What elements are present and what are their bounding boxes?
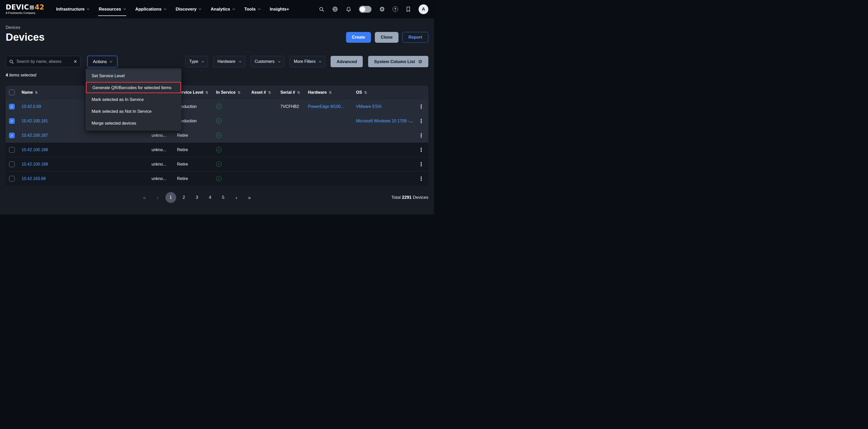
column-header-os[interactable]: OS⇅ (351, 90, 414, 95)
nav-label: Resources (99, 7, 121, 12)
system-column-list-button[interactable]: System Column List⚙ (368, 56, 428, 67)
row-menu-icon[interactable]: ⋮ (414, 161, 428, 167)
nav-label: Discovery (176, 7, 196, 12)
nav-infrastructure[interactable]: Infrastructure (56, 5, 89, 13)
menu-item-mark-in-service[interactable]: Mark selected as In Service (86, 93, 181, 105)
bookmark-icon[interactable] (406, 6, 411, 12)
theme-toggle[interactable] (359, 6, 371, 12)
column-header-asset[interactable]: Asset #⇅ (246, 90, 276, 95)
hardware-filter-dropdown[interactable]: Hardware (213, 56, 245, 67)
row-menu-icon[interactable]: ⋮ (414, 176, 428, 182)
column-header-serial[interactable]: Serial #⇅ (276, 90, 303, 95)
last-page-icon[interactable]: » (244, 192, 255, 203)
nav-label: Tools (244, 7, 256, 12)
settings-gear-icon[interactable]: ⚙ (379, 6, 385, 12)
device-name-link[interactable]: 10.42.0.69 (22, 104, 41, 109)
header-label: Serial # (280, 90, 295, 95)
menu-item-merge-selected[interactable]: Merge selected devices (86, 117, 181, 129)
page-title: Devices (6, 31, 44, 43)
row-menu-icon[interactable]: ⋮ (414, 104, 428, 110)
first-page-icon[interactable]: « (139, 192, 150, 203)
breadcrumb[interactable]: Devices (6, 25, 428, 30)
notifications-bell-icon[interactable] (346, 6, 351, 12)
type-filter-dropdown[interactable]: Type (185, 56, 208, 67)
device-name-link[interactable]: 10.42.163.69 (22, 176, 45, 181)
advanced-button[interactable]: Advanced (331, 56, 363, 67)
report-button[interactable]: Report (402, 32, 428, 43)
page-number-5[interactable]: 5 (218, 192, 229, 203)
nav-resources[interactable]: Resources (99, 5, 126, 13)
row-checkbox[interactable]: ✓ (9, 162, 15, 167)
type-cell: unkno... (147, 176, 172, 181)
user-avatar[interactable]: A (418, 4, 428, 14)
hardware-link[interactable]: PowerEdge M100... (308, 104, 344, 109)
top-navbar: DEVIC≡42 A Freshworks Company Infrastruc… (0, 0, 434, 18)
help-icon[interactable]: ? (393, 6, 398, 12)
clone-button[interactable]: Clone (375, 32, 399, 43)
more-filters-label: More Filters (294, 59, 315, 64)
service-level-cell: Retire (172, 162, 211, 167)
row-menu-icon[interactable]: ⋮ (414, 147, 428, 153)
header-label: In Service (216, 90, 236, 95)
menu-item-mark-not-in-service[interactable]: Mark selected as Not In Service (86, 105, 181, 117)
device-name-link[interactable]: 10.42.100.181 (22, 119, 48, 123)
logo-part2: 42 (35, 3, 44, 11)
next-page-icon[interactable]: › (231, 192, 242, 203)
sort-icon: ⇅ (268, 90, 271, 94)
sort-icon: ⇅ (238, 90, 241, 94)
page-number-1[interactable]: 1 (165, 192, 176, 203)
row-checkbox[interactable]: ✓ (9, 104, 15, 109)
menu-item-set-service-level[interactable]: Set Service Level (86, 70, 181, 82)
logo-part1: DEVIC≡ (6, 3, 35, 11)
navbar-icons: ⚙ ? A (319, 4, 428, 14)
page-number-4[interactable]: 4 (205, 192, 216, 203)
title-buttons: Create Clone Report (346, 32, 428, 43)
os-link[interactable]: Microsoft Windows 10 1709 - 190 (356, 119, 414, 123)
nav-applications[interactable]: Applications (135, 5, 166, 13)
more-filters-dropdown[interactable]: More Filters (290, 56, 325, 67)
in-service-check-icon: ✓ (216, 133, 221, 138)
select-all-checkbox[interactable]: ✓ (9, 90, 15, 95)
row-checkbox[interactable]: ✓ (9, 118, 15, 124)
nav-analytics[interactable]: Analytics (211, 5, 235, 13)
row-checkbox[interactable]: ✓ (9, 176, 15, 181)
clear-search-icon[interactable]: ✕ (73, 59, 77, 64)
logo-text: DEVIC≡42 (6, 4, 44, 10)
os-link[interactable]: VMware ESXi (356, 104, 381, 109)
device-name-link[interactable]: 10.42.100.187 (22, 133, 48, 138)
row-checkbox[interactable]: ✓ (9, 133, 15, 138)
row-menu-icon[interactable]: ⋮ (414, 118, 428, 124)
row-menu-icon[interactable]: ⋮ (414, 132, 428, 139)
gear-icon: ⚙ (418, 59, 423, 64)
previous-page-icon[interactable]: ‹ (152, 192, 163, 203)
actions-dropdown-button[interactable]: Actions (88, 56, 117, 67)
create-button[interactable]: Create (346, 32, 371, 43)
chevron-down-icon (164, 7, 166, 10)
help-question-mark: ? (393, 6, 398, 12)
header-label: Hardware (308, 90, 327, 95)
page-content: Devices Devices Create Clone Report ✕ Ac… (0, 25, 434, 203)
globe-icon[interactable] (332, 6, 338, 12)
total-prefix: Total (391, 195, 402, 200)
customers-filter-dropdown[interactable]: Customers (251, 56, 284, 67)
chevron-down-icon (202, 60, 204, 62)
nav-insights-plus[interactable]: Insights+ (270, 5, 289, 13)
customers-filter-label: Customers (255, 59, 275, 64)
nav-discovery[interactable]: Discovery (176, 5, 201, 13)
page-number-3[interactable]: 3 (192, 192, 203, 203)
search-input[interactable] (17, 59, 71, 64)
row-checkbox[interactable]: ✓ (9, 147, 15, 153)
device-name-link[interactable]: 10.42.100.189 (22, 162, 48, 166)
menu-item-generate-qr-barcodes[interactable]: Generate QR/Barcodes for selected Items (86, 82, 181, 93)
search-icon[interactable] (319, 6, 324, 12)
sort-icon: ⇅ (364, 90, 367, 94)
column-header-in-service[interactable]: In Service⇅ (211, 90, 246, 95)
nav-tools[interactable]: Tools (244, 5, 260, 13)
column-header-hardware[interactable]: Hardware⇅ (303, 90, 351, 95)
device42-logo[interactable]: DEVIC≡42 A Freshworks Company (6, 4, 44, 15)
service-level-cell: Retire (172, 133, 211, 138)
type-cell: unkno... (147, 162, 172, 167)
page-number-2[interactable]: 2 (179, 192, 189, 203)
device-name-link[interactable]: 10.42.100.188 (22, 147, 48, 152)
type-cell: unkno... (147, 147, 172, 152)
